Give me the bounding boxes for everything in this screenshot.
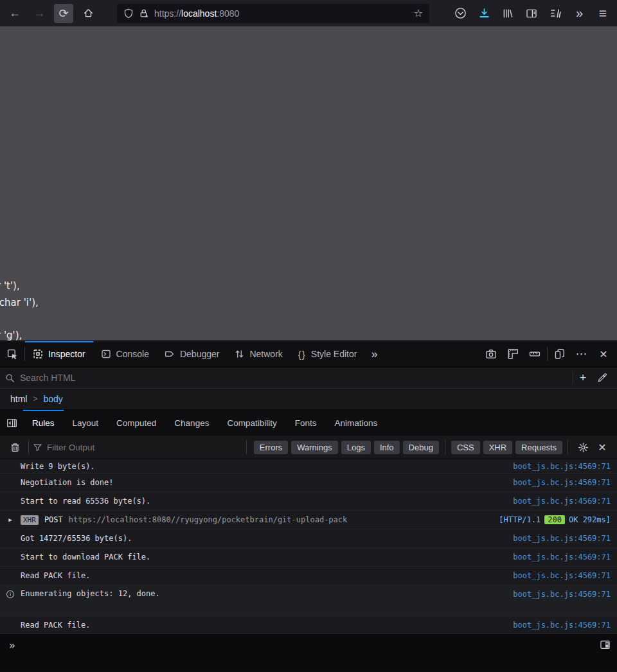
- tab-fonts[interactable]: Fonts: [286, 410, 326, 436]
- sidebar-toggle-icon[interactable]: [0, 410, 23, 436]
- filter-output-input[interactable]: [47, 443, 242, 452]
- separator: [568, 440, 568, 454]
- style-editor-icon: {}: [298, 349, 306, 360]
- source-link[interactable]: boot_js.bc.js:4569:71: [500, 590, 611, 599]
- eyedropper-icon[interactable]: [593, 369, 612, 386]
- source-link[interactable]: boot_js.bc.js:4569:71: [500, 478, 611, 487]
- source-link[interactable]: boot_js.bc.js:4569:71: [500, 621, 611, 630]
- info-icon: [0, 590, 21, 599]
- breadcrumb: html > body: [0, 389, 617, 410]
- responsive-mode-icon[interactable]: [550, 344, 569, 364]
- editor-mode-icon[interactable]: [600, 639, 611, 650]
- log-message: Start to download PACK file.: [21, 553, 150, 561]
- filter-funnel-icon: [33, 443, 42, 452]
- source-link[interactable]: boot_js.bc.js:4569:71: [500, 462, 611, 471]
- clear-console-icon[interactable]: [5, 438, 24, 457]
- browser-toolbar: ← → ⟳ https://localhost:8080 ☆: [0, 0, 617, 26]
- tabs-overflow-button[interactable]: »: [364, 341, 384, 367]
- filter-errors-button[interactable]: Errors: [254, 441, 288, 454]
- search-icon: [5, 373, 15, 383]
- filter-xhr-button[interactable]: XHR: [483, 441, 512, 454]
- source-link[interactable]: boot_js.bc.js:4569:71: [500, 571, 611, 580]
- request-url[interactable]: https://localhost:8080//ryugyong/pocketb…: [69, 515, 347, 524]
- console-row[interactable]: Read PACK file. boot_js.bc.js:4569:71: [0, 567, 617, 585]
- console-settings-gear-icon[interactable]: [573, 438, 593, 457]
- expand-triangle-icon[interactable]: ▶: [0, 517, 21, 523]
- console-row[interactable]: Read PACK file. boot_js.bc.js:4569:71: [0, 616, 617, 634]
- inspector-sidebar-tabs: Rules Layout Computed Changes Compatibil…: [0, 410, 617, 436]
- console-row[interactable]: Got 14727/65536 byte(s). boot_js.bc.js:4…: [0, 529, 617, 548]
- filter-logs-button[interactable]: Logs: [341, 441, 371, 454]
- add-node-button[interactable]: +: [573, 369, 593, 386]
- source-link[interactable]: boot_js.bc.js:4569:71: [500, 497, 611, 506]
- sidebar-reader-icon[interactable]: [524, 6, 539, 21]
- forward-button[interactable]: →: [30, 4, 49, 23]
- rulers-icon[interactable]: [525, 344, 544, 364]
- extension-icon[interactable]: [548, 6, 563, 21]
- log-message: Negotiation is done!: [21, 478, 114, 487]
- home-button[interactable]: [78, 4, 98, 23]
- breadcrumb-item-html[interactable]: html: [10, 394, 27, 404]
- tab-console[interactable]: Console: [93, 341, 157, 367]
- tab-rules[interactable]: Rules: [23, 410, 64, 436]
- back-icon: ←: [9, 6, 21, 20]
- menu-icon[interactable]: ≡: [595, 6, 611, 21]
- download-icon[interactable]: [476, 6, 492, 21]
- url-bar[interactable]: https://localhost:8080 ☆: [117, 4, 429, 23]
- tab-label: Inspector: [48, 349, 85, 359]
- reload-button[interactable]: ⟳: [54, 4, 73, 23]
- tab-animations[interactable]: Animations: [325, 410, 386, 436]
- bookmark-star-icon[interactable]: ☆: [414, 7, 423, 19]
- tab-style-editor[interactable]: {} Style Editor: [291, 341, 365, 367]
- toolbar-overflow-icon[interactable]: »: [571, 6, 587, 21]
- breadcrumb-item-body[interactable]: body: [43, 394, 62, 404]
- tab-computed[interactable]: Computed: [107, 410, 165, 436]
- toolbar-right-icons: » ≡: [452, 6, 612, 21]
- filter-css-button[interactable]: CSS: [451, 441, 480, 454]
- shield-icon[interactable]: [123, 8, 134, 19]
- screenshot-icon[interactable]: [481, 344, 501, 364]
- debugger-icon: [165, 349, 175, 359]
- tab-network[interactable]: Network: [227, 341, 290, 367]
- lock-warning-icon[interactable]: [139, 8, 149, 19]
- tab-compatibility[interactable]: Compatibility: [218, 410, 285, 436]
- pocket-icon[interactable]: [452, 6, 468, 21]
- console-icon: [101, 349, 111, 359]
- tab-inspector[interactable]: Inspector: [25, 341, 93, 367]
- console-row[interactable]: Negotiation is done! boot_js.bc.js:4569:…: [0, 473, 617, 492]
- console-row[interactable]: Write 9 byte(s). boot_js.bc.js:4569:71: [0, 459, 617, 473]
- filter-debug-button[interactable]: Debug: [403, 441, 439, 454]
- console-row[interactable]: Start to read 65536 byte(s). boot_js.bc.…: [0, 492, 617, 511]
- chevron-right-icon: >: [33, 394, 37, 403]
- tab-debugger[interactable]: Debugger: [157, 341, 228, 367]
- url-text: https://localhost:8080: [154, 8, 239, 19]
- response-status: [HTTP/1.1200OK 292ms]: [499, 515, 611, 524]
- devtools-close-icon[interactable]: ✕: [594, 344, 613, 364]
- devtools-more-icon[interactable]: ⋯: [572, 344, 591, 364]
- filter-requests-button[interactable]: Requests: [515, 441, 562, 454]
- tab-layout[interactable]: Layout: [64, 410, 108, 436]
- library-icon[interactable]: [500, 6, 515, 21]
- source-link[interactable]: boot_js.bc.js:4569:71: [500, 534, 611, 543]
- filter-warnings-button[interactable]: Warnings: [291, 441, 337, 454]
- console-input-bar[interactable]: »: [0, 634, 617, 670]
- pick-element-button[interactable]: [0, 341, 24, 367]
- filter-info-button[interactable]: Info: [374, 441, 400, 454]
- close-split-console-icon[interactable]: ✕: [593, 438, 612, 457]
- separator: [445, 440, 445, 454]
- back-button[interactable]: ←: [5, 4, 24, 23]
- reload-icon: ⟳: [58, 6, 68, 21]
- measure-tool-icon[interactable]: [503, 344, 523, 364]
- tab-label: Network: [249, 349, 282, 359]
- page-text-fragment: r 't'),: [0, 280, 20, 292]
- status-text: OK 292ms]: [569, 515, 611, 524]
- status-protocol: [HTTP/1.1: [499, 515, 541, 524]
- request-method: POST: [44, 515, 63, 524]
- search-html-input[interactable]: [20, 373, 573, 383]
- console-row-info[interactable]: Enumerating objects: 12, done. boot_js.b…: [0, 585, 617, 616]
- console-row-xhr[interactable]: ▶ XHR POST https://localhost:8080//ryugy…: [0, 511, 617, 529]
- console-row[interactable]: Start to download PACK file. boot_js.bc.…: [0, 548, 617, 567]
- source-link[interactable]: boot_js.bc.js:4569:71: [500, 553, 611, 561]
- page-text-fragment: (char 'i'),: [0, 297, 39, 308]
- tab-changes[interactable]: Changes: [165, 410, 218, 436]
